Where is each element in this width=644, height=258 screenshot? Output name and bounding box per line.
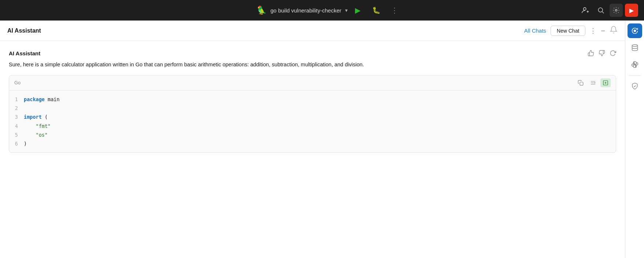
sidebar-ai-chat-button[interactable] [628, 23, 642, 38]
message-actions [588, 50, 616, 56]
code-line: 4 "fmt" [9, 122, 616, 130]
line-code: "os" [24, 130, 616, 139]
message-text: Sure, here is a simple calculator applic… [9, 60, 616, 69]
more-options-button[interactable]: ⋮ [388, 4, 401, 17]
svg-point-0 [584, 8, 586, 10]
line-number: 2 [9, 104, 24, 113]
project-name-label: go build vulnerability-checker [270, 7, 341, 14]
code-line: 6 ) [9, 139, 616, 148]
toolbar-center: 🦜 go build vulnerability-checker ▾ ▶ 🐛 ⋮ [257, 4, 401, 17]
top-toolbar: 🦜 go build vulnerability-checker ▾ ▶ 🐛 ⋮ [0, 0, 644, 21]
sidebar-database-button[interactable] [628, 40, 642, 55]
debug-button[interactable]: 🐛 [370, 4, 383, 17]
minimize-button[interactable]: − [601, 27, 605, 34]
line-number: 4 [9, 122, 24, 130]
flame-button[interactable]: ▶ [625, 4, 638, 17]
svg-point-13 [634, 30, 636, 32]
ai-panel-header: AI Assistant All Chats New Chat ⋮ − [0, 21, 625, 41]
code-language-label: Go [14, 80, 21, 85]
line-code: package main [24, 95, 616, 104]
settings-button[interactable] [610, 4, 623, 17]
sidebar-security-button[interactable] [628, 79, 642, 93]
new-chat-button[interactable]: New Chat [551, 26, 585, 36]
right-sidebar [625, 21, 644, 258]
line-code: ) [24, 139, 616, 148]
header-more-button[interactable]: ⋮ [590, 27, 596, 35]
svg-point-3 [598, 8, 603, 12]
wrap-code-button[interactable] [588, 78, 598, 87]
add-profile-button[interactable] [579, 4, 592, 17]
main-layout: AI Assistant All Chats New Chat ⋮ − AI [0, 21, 644, 258]
search-button[interactable] [594, 4, 607, 17]
code-line: 2 [9, 104, 616, 113]
line-number: 6 [9, 139, 24, 148]
code-line: 5 "os" [9, 130, 616, 139]
thumbs-down-button[interactable] [599, 50, 605, 56]
line-number: 5 [9, 130, 24, 139]
message-sender: AI Assistant [9, 50, 40, 56]
notification-bell-button[interactable] [610, 26, 618, 36]
insert-code-button[interactable] [600, 78, 611, 87]
svg-point-16 [635, 66, 636, 67]
svg-point-15 [634, 62, 634, 63]
copy-code-button[interactable] [575, 78, 586, 87]
code-block-header: Go [9, 75, 616, 91]
all-chats-button[interactable]: All Chats [524, 27, 546, 34]
sidebar-divider [629, 75, 641, 76]
ai-panel: AI Assistant All Chats New Chat ⋮ − AI [0, 21, 625, 258]
toolbar-actions: ▶ 🐛 ⋮ [351, 4, 401, 17]
run-button[interactable]: ▶ [351, 4, 364, 17]
line-code: import ( [24, 113, 616, 121]
code-line: 3 import ( [9, 113, 616, 121]
message-header: AI Assistant [9, 50, 616, 56]
ai-panel-actions: All Chats New Chat ⋮ − [524, 26, 618, 36]
svg-line-4 [602, 12, 604, 14]
line-code: "fmt" [24, 122, 616, 130]
code-body: 1 package main 2 3 import ( [9, 91, 616, 153]
toolbar-right: ▶ [579, 4, 638, 17]
line-code [24, 104, 616, 113]
svg-rect-6 [580, 82, 583, 85]
sidebar-python-button[interactable] [628, 57, 642, 72]
line-number: 3 [9, 113, 24, 121]
refresh-button[interactable] [610, 50, 616, 56]
code-header-actions [575, 78, 611, 87]
code-block: Go [9, 75, 616, 153]
message-block: AI Assistant [9, 50, 616, 153]
ai-panel-content: AI Assistant [0, 41, 625, 258]
thumbs-up-button[interactable] [588, 50, 594, 56]
code-line: 1 package main [9, 95, 616, 104]
chevron-down-icon[interactable]: ▾ [345, 7, 348, 13]
svg-point-5 [615, 10, 617, 11]
ai-panel-title: AI Assistant [7, 27, 41, 34]
line-number: 1 [9, 95, 24, 104]
svg-point-14 [632, 45, 637, 47]
project-icon: 🦜 [257, 5, 267, 15]
